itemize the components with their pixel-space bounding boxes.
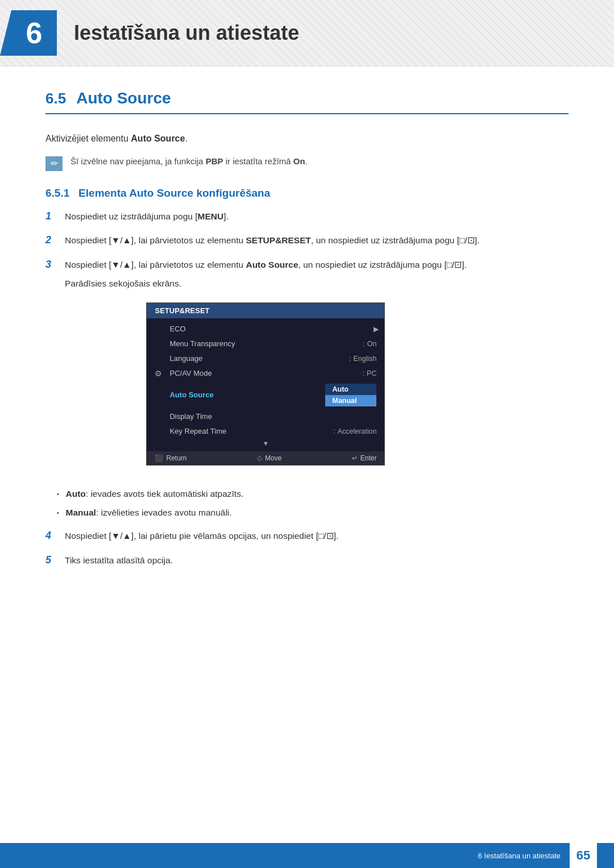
bottom-enter: ↵ Enter	[352, 454, 377, 462]
move-icon: ◇	[257, 454, 262, 462]
menu-label-autosource: Auto Source	[169, 391, 321, 399]
intro-bold: Auto Source	[131, 134, 185, 143]
step-3: 3 Nospiediet [▼/▲], lai pārvietotos uz e…	[45, 258, 569, 477]
menu-value-language: English	[353, 355, 376, 363]
menu-label-keyrepeat: Key Repeat Time	[169, 427, 331, 435]
page-header: 6 Iestatīšana un atiestate	[0, 0, 614, 67]
section-heading: 6.5 Auto Source	[45, 89, 569, 114]
chapter-box: 6	[11, 10, 57, 56]
page-number: 65	[576, 848, 590, 863]
options-list: • Auto: ievades avots tiek automātiski a…	[57, 487, 569, 520]
bullet-manual: • Manual: izvēlieties ievades avotu manu…	[57, 506, 569, 519]
step-number-4: 4	[45, 529, 58, 542]
menu-value-transparency: On	[367, 340, 377, 348]
note-icon: ✏	[45, 156, 63, 171]
steps-list: 1 Nospiediet uz izstrādājuma pogu [MENU]…	[45, 210, 569, 477]
bullet-auto: • Auto: ievades avots tiek automātiski a…	[57, 487, 569, 500]
intro-end: .	[185, 134, 187, 143]
step-2: 2 Nospiediet [▼/▲], lai pārvietotos uz e…	[45, 234, 569, 248]
menu-screenshot: SETUP&RESET ECO ▶ Menu Transparency : On	[146, 302, 385, 466]
scroll-down-indicator: ▼	[147, 439, 384, 448]
note-period: .	[305, 156, 308, 166]
intro-text: Aktivizējiet elementu	[45, 134, 131, 143]
footer-text: 6 Iestatīšana un atiestate	[478, 852, 561, 860]
enter-icon: ↵	[352, 454, 358, 462]
menu-label-eco: ECO	[169, 325, 376, 333]
section-number: 6.5	[45, 90, 66, 107]
step-text-4: Nospiediet [▼/▲], lai pārietu pie vēlamā…	[65, 529, 338, 543]
intro-paragraph: Aktivizējiet elementu Auto Source.	[45, 131, 569, 146]
menu-label-language: Language	[169, 354, 347, 363]
step2-bold: SETUP&RESET	[246, 235, 311, 245]
note-text-before: Šī izvēlne nav pieejama, ja funkcija	[70, 156, 206, 166]
menu-body: ECO ▶ Menu Transparency : On Language	[147, 318, 384, 451]
menu-dropdown-autosource: Auto Manual	[325, 384, 376, 406]
manual-bold: Manual	[66, 508, 96, 517]
section-title: Auto Source	[76, 89, 171, 107]
steps-list-later: 4 Nospiediet [▼/▲], lai pārietu pie vēla…	[45, 529, 569, 568]
step-text-5: Tiks iestatīta atlasītā opcija.	[65, 554, 173, 568]
note-box: ✏ Šī izvēlne nav pieejama, ja funkcija P…	[45, 155, 569, 171]
menu-row-eco: ECO ▶	[147, 322, 384, 337]
dropdown-auto: Auto	[325, 384, 376, 395]
bullet-auto-text: Auto: ievades avots tiek automātiski atp…	[66, 487, 244, 500]
dropdown-manual: Manual	[325, 395, 376, 406]
menu-value-pcav: PC	[367, 369, 376, 377]
step-sub-text: Parādīsies sekojošais ekrāns.	[65, 277, 467, 291]
step-1: 1 Nospiediet uz izstrādājuma pogu [MENU]…	[45, 210, 569, 224]
step-text-1: Nospiediet uz izstrādājuma pogu [MENU].	[65, 210, 229, 224]
return-icon: ⬛	[155, 454, 163, 462]
step-number-5: 5	[45, 554, 58, 566]
chapter-title: Iestatīšana un atiestate	[74, 21, 299, 45]
bullet-dot-2: •	[57, 506, 59, 517]
menu-value-keyrepeat: Acceleration	[338, 427, 377, 435]
menu-label-pcav: PC/AV Mode	[169, 369, 360, 377]
bottom-return: ⬛ Return	[155, 454, 186, 462]
subsection-title: Elementa Auto Source konfigurēšana	[78, 187, 270, 199]
note-text: Šī izvēlne nav pieejama, ja funkcija PBP…	[70, 155, 308, 168]
step-5: 5 Tiks iestatīta atlasītā opcija.	[45, 554, 569, 568]
auto-bold: Auto	[66, 489, 86, 499]
step-text-3: Nospiediet [▼/▲], lai pārvietotos uz ele…	[65, 260, 467, 269]
menu-row-autosource: Auto Source Auto Manual	[147, 381, 384, 409]
subsection-number: 6.5.1	[45, 187, 69, 199]
menu-row-displaytime: Display Time	[147, 409, 384, 424]
step3-bold: Auto Source	[246, 260, 298, 269]
menu-title-bar: SETUP&RESET	[147, 303, 384, 318]
bullet-dot-1: •	[57, 487, 59, 499]
menu-label-transparency: Menu Transparency	[169, 339, 360, 348]
menu-row-transparency: Menu Transparency : On	[147, 337, 384, 351]
chapter-number: 6	[26, 18, 43, 48]
step-number-1: 1	[45, 210, 58, 222]
step-text-2: Nospiediet [▼/▲], lai pārvietotos uz ele…	[65, 234, 479, 248]
note-on: On	[293, 156, 305, 166]
enter-label: Enter	[360, 454, 377, 462]
gear-icon: ⚙	[155, 369, 162, 378]
main-content: 6.5 Auto Source Aktivizējiet elementu Au…	[0, 67, 614, 624]
page-footer: 6 Iestatīšana un atiestate 65	[0, 843, 614, 868]
step-4: 4 Nospiediet [▼/▲], lai pārietu pie vēla…	[45, 529, 569, 543]
return-label: Return	[166, 454, 186, 462]
header-content: 6 Iestatīšana un atiestate	[11, 10, 299, 56]
step-number-3: 3	[45, 258, 58, 271]
step1-bold: MENU	[198, 211, 224, 221]
menu-label-displaytime: Display Time	[169, 412, 376, 421]
bullet-manual-text: Manual: izvēlieties ievades avotu manuāl…	[66, 506, 232, 519]
bottom-move: ◇ Move	[257, 454, 281, 462]
note-pbp: PBP	[206, 156, 223, 166]
step-number-2: 2	[45, 234, 58, 246]
subsection-heading: 6.5.1 Elementa Auto Source konfigurēšana	[45, 187, 569, 200]
move-label: Move	[265, 454, 281, 462]
menu-row-keyrepeat: Key Repeat Time : Acceleration	[147, 424, 384, 439]
menu-bottom-bar: ⬛ Return ◇ Move ↵ Enter	[147, 451, 384, 465]
pencil-icon: ✏	[51, 158, 58, 169]
arrow-icon: ▶	[374, 325, 379, 333]
page-number-box: 65	[570, 843, 597, 868]
menu-row-pcav: ⚙ PC/AV Mode : PC	[147, 366, 384, 381]
note-text-mid: ir iestatīta režīmā	[223, 156, 293, 166]
menu-row-language: Language : English	[147, 351, 384, 366]
